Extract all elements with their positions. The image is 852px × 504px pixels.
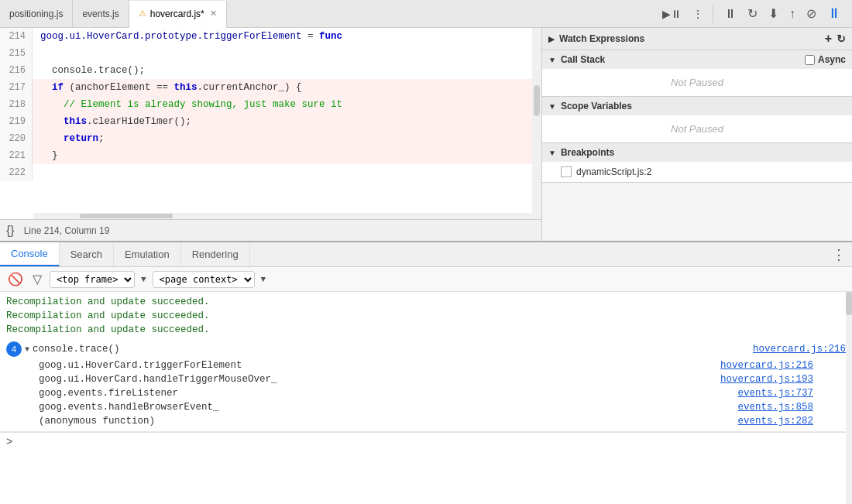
trace-item-3-file[interactable]: events.js:858 bbox=[737, 402, 813, 413]
trace-expand-icon[interactable]: ▼ bbox=[25, 345, 29, 354]
tab-label: events.js bbox=[82, 9, 119, 19]
breakpoint-label: dynamicScript.js:2 bbox=[576, 166, 651, 177]
watch-expressions-label: Watch Expressions bbox=[559, 33, 644, 44]
call-stack-section: ▼ Call Stack Async Not Paused bbox=[542, 50, 852, 97]
console-scrollbar[interactable] bbox=[846, 292, 852, 504]
frame-dropdown-icon[interactable]: ▼ bbox=[141, 275, 146, 284]
trace-item-0-file[interactable]: hovercard.js:216 bbox=[720, 360, 813, 371]
code-line-221: 221 } bbox=[0, 147, 532, 164]
trace-header[interactable]: 4 ▼ console.trace() hovercard.js:216 bbox=[0, 340, 852, 358]
line-num-220: 220 bbox=[0, 130, 33, 147]
tab-rendering-label: Rendering bbox=[192, 249, 239, 260]
deactivate-btn[interactable]: ⊘ bbox=[803, 5, 819, 22]
breakpoints-header[interactable]: ▼ Breakpoints bbox=[542, 143, 852, 162]
v-scrollbar-thumb bbox=[534, 85, 540, 116]
line-num-222: 222 bbox=[0, 164, 33, 181]
vertical-scrollbar[interactable] bbox=[532, 28, 541, 219]
call-stack-label: Call Stack bbox=[561, 54, 605, 65]
code-line-217: 217 if (anchorElement == this.currentAnc… bbox=[0, 79, 532, 96]
step-over-btn[interactable]: ⬇ bbox=[765, 5, 782, 22]
tab-hovercard[interactable]: ⚠ hovercard.js* ✕ bbox=[129, 1, 227, 28]
bottom-panel: Console Search Emulation Rendering ⋮ 🚫 ▽… bbox=[0, 241, 852, 504]
call-stack-content: Not Paused bbox=[542, 69, 852, 96]
debugger-panel: ▶ Watch Expressions + ↻ ▼ Call Stack Asy… bbox=[542, 28, 852, 241]
console-msg-3-text: Recompilation and update succeeded. bbox=[6, 324, 210, 335]
bottom-tabs: Console Search Emulation Rendering ⋮ bbox=[0, 242, 852, 267]
line-num-218: 218 bbox=[0, 96, 33, 113]
line-content-218: // Element is already showing, just make… bbox=[33, 99, 342, 110]
line-num-221: 221 bbox=[0, 147, 33, 164]
tab-bar: positioning.js events.js ⚠ hovercard.js*… bbox=[0, 0, 852, 28]
separator-btn: ⋮ bbox=[689, 6, 706, 22]
line-num-219: 219 bbox=[0, 113, 33, 130]
trace-header-file[interactable]: hovercard.js:216 bbox=[753, 344, 846, 355]
breakpoints-label: Breakpoints bbox=[561, 147, 614, 158]
code-line-219: 219 this.clearHideTimer(); bbox=[0, 113, 532, 130]
scope-not-paused: Not Paused bbox=[542, 117, 852, 141]
line-content-216: console.trace(); bbox=[33, 65, 145, 76]
console-content[interactable]: Recompilation and update succeeded. Reco… bbox=[0, 292, 852, 504]
trace-item-4-file[interactable]: events.js:282 bbox=[737, 416, 813, 427]
code-line-216: 216 console.trace(); bbox=[0, 62, 532, 79]
tab-search[interactable]: Search bbox=[60, 242, 114, 266]
scope-arrow-icon: ▼ bbox=[548, 102, 556, 111]
editor-panel: 214 goog.ui.HoverCard.prototype.triggerF… bbox=[0, 28, 542, 241]
tab-rendering[interactable]: Rendering bbox=[181, 242, 250, 266]
code-line-222: 222 bbox=[0, 164, 532, 181]
trace-item-3-name: goog.events.handleBrowserEvent_ bbox=[39, 402, 219, 413]
tab-console-label: Console bbox=[11, 248, 48, 259]
step-into-btn[interactable]: ↑ bbox=[786, 5, 799, 22]
trace-item-1: goog.ui.HoverCard.handleTriggerMouseOver… bbox=[0, 372, 852, 386]
cursor-position: Line 214, Column 19 bbox=[24, 225, 110, 236]
async-checkbox[interactable] bbox=[805, 55, 815, 65]
trace-item-2-file[interactable]: events.js:737 bbox=[737, 388, 813, 399]
console-frame-select[interactable]: <top frame> other frame bbox=[50, 271, 135, 288]
breakpoint-item: dynamicScript.js:2 bbox=[542, 163, 852, 180]
watch-refresh-icon[interactable]: ↻ bbox=[837, 33, 846, 45]
call-stack-arrow-icon: ▼ bbox=[548, 56, 556, 64]
scope-variables-section: ▼ Scope Variables Not Paused bbox=[542, 97, 852, 143]
line-content-217: if (anchorElement == this.currentAnchor_… bbox=[33, 82, 302, 93]
tab-console[interactable]: Console bbox=[0, 242, 60, 266]
trace-item-1-file[interactable]: hovercard.js:193 bbox=[720, 374, 813, 385]
curly-brace-icon[interactable]: {} bbox=[6, 224, 15, 238]
watch-add-icon[interactable]: + bbox=[825, 32, 832, 46]
tab-emulation[interactable]: Emulation bbox=[114, 242, 181, 266]
tab-events[interactable]: events.js bbox=[73, 0, 129, 27]
trace-item-0: goog.ui.HoverCard.triggerForElement hove… bbox=[0, 358, 852, 372]
pause-exception-btn[interactable]: ⏸ bbox=[824, 4, 844, 23]
code-area[interactable]: 214 goog.ui.HoverCard.prototype.triggerF… bbox=[0, 28, 532, 219]
trace-item-4-name: (anonymous function) bbox=[39, 416, 155, 427]
watch-expressions-section: ▶ Watch Expressions + ↻ bbox=[542, 28, 852, 50]
watch-expressions-header[interactable]: ▶ Watch Expressions + ↻ bbox=[542, 28, 852, 50]
run-button[interactable]: ▶⏸ bbox=[659, 6, 685, 22]
call-stack-header[interactable]: ▼ Call Stack Async bbox=[542, 50, 852, 69]
tab-positioning[interactable]: positioning.js bbox=[0, 0, 73, 27]
trace-item-0-name: goog.ui.HoverCard.triggerForElement bbox=[39, 360, 242, 371]
console-context-select[interactable]: <page context> bbox=[153, 271, 255, 288]
pause-btn[interactable]: ⏸ bbox=[721, 5, 740, 22]
tab-close-icon[interactable]: ✕ bbox=[210, 9, 217, 19]
console-clear-btn[interactable]: 🚫 bbox=[6, 270, 25, 288]
line-content-214: goog.ui.HoverCard.prototype.triggerForEl… bbox=[33, 31, 342, 42]
code-lines: 214 goog.ui.HoverCard.prototype.triggerF… bbox=[0, 28, 532, 219]
bottom-menu-icon[interactable]: ⋮ bbox=[826, 246, 852, 263]
context-dropdown-icon[interactable]: ▼ bbox=[261, 275, 266, 284]
line-content-219: this.clearHideTimer(); bbox=[33, 116, 191, 127]
breakpoints-section: ▼ Breakpoints dynamicScript.js:2 bbox=[542, 143, 852, 183]
code-line-214: 214 goog.ui.HoverCard.prototype.triggerF… bbox=[0, 28, 532, 45]
console-scrollbar-thumb bbox=[846, 292, 852, 315]
console-filter-btn[interactable]: ▽ bbox=[31, 270, 43, 288]
line-num-215: 215 bbox=[0, 45, 33, 62]
line-num-216: 216 bbox=[0, 62, 33, 79]
tab-label: positioning.js bbox=[9, 9, 63, 19]
console-msg-1: Recompilation and update succeeded. bbox=[0, 295, 852, 309]
breakpoint-checkbox[interactable] bbox=[561, 166, 572, 177]
refresh-btn[interactable]: ↻ bbox=[744, 5, 761, 22]
console-input[interactable] bbox=[17, 437, 846, 447]
scope-variables-header[interactable]: ▼ Scope Variables bbox=[542, 97, 852, 115]
code-editor-wrapper: 214 goog.ui.HoverCard.prototype.triggerF… bbox=[0, 28, 541, 219]
horizontal-scrollbar[interactable] bbox=[33, 213, 532, 219]
warning-icon: ⚠ bbox=[139, 9, 146, 19]
scope-variables-content: Not Paused bbox=[542, 115, 852, 142]
